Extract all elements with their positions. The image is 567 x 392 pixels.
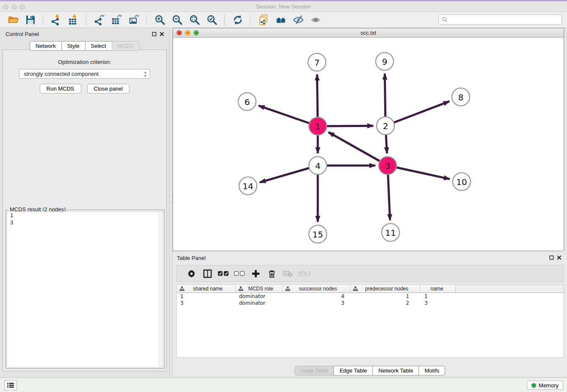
toggle-columns-button[interactable]	[199, 266, 215, 281]
dropdown-value: strongly connected component	[24, 71, 99, 77]
network-canvas[interactable]: 7968124314101511	[173, 38, 564, 251]
node-10[interactable]: 10	[453, 173, 471, 190]
node-7[interactable]: 7	[308, 53, 326, 71]
node-4[interactable]: 4	[309, 157, 327, 174]
home-view-button[interactable]	[272, 13, 289, 27]
export-image-button[interactable]	[125, 13, 143, 27]
column-header-mcds-role[interactable]: MCDS role	[236, 285, 283, 293]
table-cell[interactable]: dominator	[236, 293, 283, 300]
table-settings-button[interactable]	[183, 266, 199, 281]
hide-selected-button[interactable]	[289, 13, 307, 27]
function-builder-button: f(x)	[296, 266, 312, 281]
import-table-icon	[68, 14, 79, 25]
node-15[interactable]: 15	[309, 225, 327, 243]
mcds-result-lines: 13	[7, 212, 163, 226]
column-header-predecessor-nodes[interactable]: predecessor nodes	[350, 285, 420, 293]
node-3[interactable]: 3	[379, 157, 396, 174]
table-cell[interactable]: 3	[420, 300, 456, 306]
node-14[interactable]: 14	[239, 177, 257, 195]
node-9[interactable]: 9	[376, 52, 394, 70]
delete-column-button[interactable]	[264, 266, 280, 281]
svg-text:2: 2	[383, 121, 388, 131]
import-table-button[interactable]	[65, 13, 82, 27]
table-row[interactable]: 1dominator411	[177, 293, 563, 300]
table-tabs: Node TableEdge TableNetwork TableMotifs	[173, 366, 567, 375]
export-table-button[interactable]	[108, 13, 125, 27]
export-table-icon	[111, 14, 122, 25]
network-window-title: scc.txt	[173, 30, 564, 36]
export-network-button[interactable]	[91, 13, 108, 27]
table-cell[interactable]: 3	[283, 300, 350, 306]
search-input[interactable]	[450, 15, 561, 24]
tree-icon	[353, 286, 358, 291]
network-file-button[interactable]	[255, 13, 272, 27]
svg-text:9: 9	[382, 57, 388, 67]
edge-2-8[interactable]	[385, 101, 449, 126]
column-header-name[interactable]: name	[420, 285, 456, 293]
table-panel-float-button[interactable]	[548, 254, 555, 261]
zoom-fit-button[interactable]	[186, 13, 203, 27]
task-history-button[interactable]	[4, 380, 17, 390]
svg-text:3: 3	[385, 161, 391, 171]
import-network-icon	[51, 14, 62, 25]
control-panel-content: Optimization criterion: strongly connect…	[3, 50, 167, 371]
column-header-successor-nodes[interactable]: successor nodes	[283, 285, 350, 293]
table-cell[interactable]: 3	[177, 300, 236, 306]
show-all-button[interactable]	[307, 13, 324, 27]
edge-3-10[interactable]	[388, 166, 450, 179]
network-window-titlebar[interactable]: scc.txt	[173, 28, 564, 38]
node-1[interactable]: 1	[309, 117, 327, 135]
table-panel-close-button[interactable]	[556, 254, 562, 261]
zoom-in-button[interactable]	[151, 13, 168, 27]
node-6[interactable]: 6	[238, 93, 256, 110]
panel-divider-grip[interactable]	[170, 195, 172, 203]
delete-column-icon	[267, 269, 276, 278]
tab-motifs[interactable]: Motifs	[418, 366, 445, 375]
zoom-out-button[interactable]	[168, 13, 186, 27]
refresh-view-button[interactable]	[229, 13, 246, 27]
close-icon	[160, 32, 164, 36]
show-all-icon	[310, 14, 321, 25]
column-header-shared-name[interactable]: shared name	[177, 285, 236, 293]
add-column-icon	[251, 269, 260, 278]
table-cell[interactable]: 1	[350, 293, 420, 300]
select-all-rows-button[interactable]	[215, 266, 231, 281]
tab-style[interactable]: Style	[61, 41, 85, 51]
node-11[interactable]: 11	[382, 224, 399, 241]
result-scrollbar[interactable]	[159, 212, 163, 367]
select-all-rows-icon	[217, 270, 229, 277]
tab-network[interactable]: Network	[30, 41, 62, 51]
table-panel: Table Panel f(x) shared nameMCDS rolesuc…	[173, 252, 567, 377]
run-mcds-button[interactable]: Run MCDS	[40, 84, 81, 94]
control-panel-float-button[interactable]	[151, 31, 157, 37]
deselect-all-rows-button[interactable]	[231, 266, 248, 281]
zoom-out-icon	[172, 14, 183, 25]
tab-select[interactable]: Select	[85, 41, 112, 51]
edge-3-1[interactable]	[328, 132, 388, 166]
table-cell[interactable]: 1	[177, 293, 236, 300]
tab-mcds[interactable]: MCDS	[112, 41, 140, 51]
control-panel-close-button[interactable]	[159, 31, 165, 37]
close-panel-button[interactable]: Close panel	[87, 84, 130, 94]
node-2[interactable]: 2	[377, 117, 394, 135]
table-cell[interactable]: dominator	[236, 300, 283, 306]
toggle-columns-icon	[203, 269, 212, 278]
node-8[interactable]: 8	[452, 88, 470, 106]
add-column-button[interactable]	[248, 266, 264, 281]
table-cell[interactable]: 4	[283, 293, 350, 300]
node-table: shared nameMCDS rolesuccessor nodesprede…	[176, 284, 564, 358]
mcds-result-area[interactable]: 13	[7, 211, 163, 367]
network-graph[interactable]: 7968124314101511	[173, 38, 564, 251]
tab-edge-table[interactable]: Edge Table	[333, 366, 373, 375]
import-network-button[interactable]	[47, 13, 65, 27]
table-row[interactable]: 3dominator323	[177, 300, 563, 306]
save-session-button[interactable]	[22, 13, 39, 27]
zoom-selected-button[interactable]	[203, 13, 220, 27]
memory-button[interactable]: Memory	[527, 381, 563, 390]
table-cell[interactable]: 1	[420, 293, 456, 300]
table-cell[interactable]: 2	[350, 300, 420, 306]
tab-node-table[interactable]: Node Table	[295, 366, 334, 375]
optimization-dropdown[interactable]: strongly connected component	[19, 69, 150, 79]
open-session-button[interactable]	[4, 13, 22, 27]
tab-network-table[interactable]: Network Table	[372, 366, 419, 375]
